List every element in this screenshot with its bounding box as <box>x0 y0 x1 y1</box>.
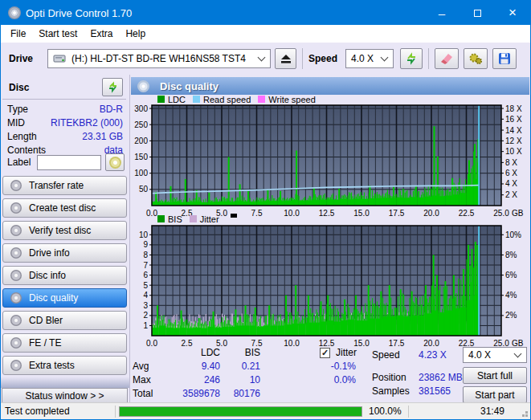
sidebar-item-disc-quality[interactable]: Disc quality <box>2 288 127 308</box>
position-label: Position <box>372 372 406 383</box>
start-part-label: Start part <box>475 389 514 401</box>
svg-text:1: 1 <box>143 321 148 330</box>
svg-text:6%: 6% <box>505 271 517 279</box>
svg-text:2%: 2% <box>505 311 517 320</box>
resize-grip[interactable] <box>525 414 528 417</box>
erase-disc-icon <box>439 52 454 65</box>
drive-label: Drive <box>9 53 33 64</box>
samples-label: Samples <box>372 385 410 397</box>
stats-col-bis: BIS <box>245 347 260 358</box>
status-window-button[interactable]: Status window > > <box>2 388 128 403</box>
close-icon: × <box>509 5 517 21</box>
cd-icon <box>10 315 22 326</box>
app-disc-icon <box>8 6 21 19</box>
svg-text:22.5: 22.5 <box>459 209 475 217</box>
stats-row-total: Total <box>133 388 153 399</box>
bis-legend-swatch <box>157 215 165 222</box>
avg-bis: 0.21 <box>242 361 260 372</box>
maximize-button[interactable] <box>460 1 495 25</box>
sidebar-item-label: Disc info <box>29 270 66 281</box>
elapsed-time: 31:49 <box>480 406 504 417</box>
title-bar: Opti Drive Control 1.70 – × <box>1 1 530 25</box>
svg-text:0.0: 0.0 <box>146 339 157 347</box>
cd-icon <box>10 292 22 304</box>
progress-fill <box>120 407 361 416</box>
eject-button[interactable] <box>275 48 296 69</box>
refresh-button[interactable] <box>400 48 423 69</box>
jitter-checkbox[interactable]: ✓ <box>320 348 330 358</box>
disc-refresh-button[interactable] <box>102 78 123 96</box>
disc-label-label: Label <box>7 157 31 168</box>
sidebar-item-transfer-rate[interactable]: Transfer rate <box>2 176 127 195</box>
samples-value: 381565 <box>419 385 451 397</box>
ldc-chart: 501001502002503002 X4 X6 X8 X10 X12 X14 … <box>130 104 531 217</box>
svg-text:17.5: 17.5 <box>389 209 405 217</box>
jitter-checkbox-label: Jitter <box>336 347 357 358</box>
menu-help[interactable]: Help <box>119 26 152 42</box>
disc-label-button[interactable] <box>105 153 125 171</box>
save-button[interactable] <box>492 48 517 69</box>
sidebar-item-label: Verify test disc <box>29 225 91 236</box>
sidebar-item-drive-info[interactable]: Drive info <box>2 243 127 263</box>
app-window: Opti Drive Control 1.70 – × File Start t… <box>0 0 531 420</box>
speed-result-label: Speed <box>372 349 400 361</box>
svg-text:10 X: 10 X <box>505 147 522 156</box>
status-bar: Test completed 100.0% 31:49 <box>1 402 530 419</box>
menu-start-test[interactable]: Start test <box>32 26 84 42</box>
eject-icon <box>280 54 292 64</box>
start-full-button[interactable]: Start full <box>463 367 527 384</box>
stats-row-max: Max <box>133 374 151 385</box>
panel-title: Disc quality <box>160 80 219 92</box>
status-text: Test completed <box>5 406 70 417</box>
statusbar-separator <box>408 406 409 418</box>
ldc-legend-label: LDC <box>168 95 186 104</box>
sidebar-item-verify-test-disc[interactable]: Verify test disc <box>2 221 127 240</box>
max-bis: 10 <box>250 374 260 385</box>
bis-chart: 123456789102%4%6%8%10%0.02.55.07.510.012… <box>130 224 531 347</box>
svg-text:9: 9 <box>143 240 148 249</box>
stats-row-avg: Avg <box>133 361 149 372</box>
svg-text:GB: GB <box>512 339 524 347</box>
toolbar: Drive (H:) HL-DT-ST BD-RE WH16NS58 TST4 … <box>1 43 530 75</box>
progress-bar <box>119 406 362 417</box>
cd-icon <box>10 337 22 349</box>
ldc-chart-legend: LDC Read speed Write speed <box>150 95 316 104</box>
chevron-down-icon <box>258 54 266 62</box>
sidebar-item-create-test-disc[interactable]: Create test disc <box>2 198 127 218</box>
sidebar-item-fe-te[interactable]: FE / TE <box>2 333 127 353</box>
svg-text:4%: 4% <box>505 291 517 300</box>
sidebar-item-label: Transfer rate <box>29 180 84 191</box>
drive-icon <box>53 53 67 64</box>
sidebar-item-cd-bler[interactable]: CD Bler <box>2 311 127 330</box>
disc-length-value: 23.31 GB <box>82 131 123 144</box>
max-ldc: 246 <box>204 374 220 385</box>
sidebar-item-disc-info[interactable]: Disc info <box>2 266 127 285</box>
svg-text:5.0: 5.0 <box>216 339 227 347</box>
svg-text:10.0: 10.0 <box>284 209 300 217</box>
minimize-button[interactable]: – <box>424 1 460 25</box>
menu-extra[interactable]: Extra <box>84 26 119 42</box>
sidebar-item-extra-tests[interactable]: Extra tests <box>2 356 127 375</box>
test-speed-select[interactable]: 4.0 X <box>463 347 527 363</box>
write-speed-legend-swatch <box>258 96 265 103</box>
toolbar-separator <box>302 48 303 69</box>
svg-text:12.5: 12.5 <box>319 209 335 217</box>
start-part-button[interactable]: Start part <box>463 386 527 403</box>
drive-select[interactable]: (H:) HL-DT-ST BD-RE WH16NS58 TST4 <box>47 49 271 68</box>
sidebar-item-label: FE / TE <box>29 337 61 349</box>
status-window-label: Status window > > <box>25 390 104 402</box>
start-full-label: Start full <box>477 370 513 381</box>
avg-ldc: 9.40 <box>202 361 220 372</box>
menu-file[interactable]: File <box>4 26 32 42</box>
settings-button[interactable] <box>464 48 488 69</box>
sidebar-bottom-strip <box>1 377 129 388</box>
disc-label-input[interactable] <box>37 155 101 170</box>
write-speed-legend-label: Write speed <box>268 95 316 104</box>
erase-disc-button[interactable] <box>435 48 459 69</box>
svg-text:10: 10 <box>139 230 149 239</box>
close-button[interactable]: × <box>495 1 530 25</box>
speed-select[interactable]: 4.0 X <box>345 49 394 68</box>
disc-mid-label: MID <box>7 117 25 130</box>
svg-text:250: 250 <box>134 120 148 129</box>
total-ldc: 3589678 <box>182 388 220 399</box>
